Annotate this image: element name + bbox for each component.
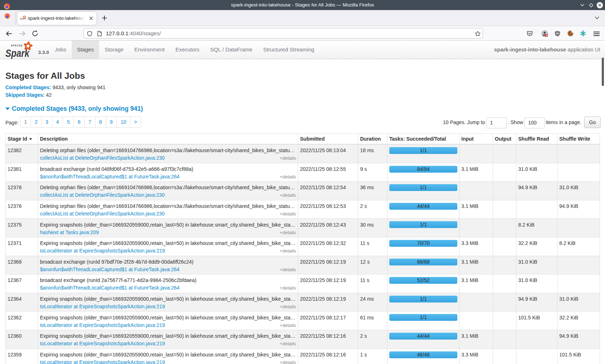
- svg-text:UO: UO: [556, 32, 559, 35]
